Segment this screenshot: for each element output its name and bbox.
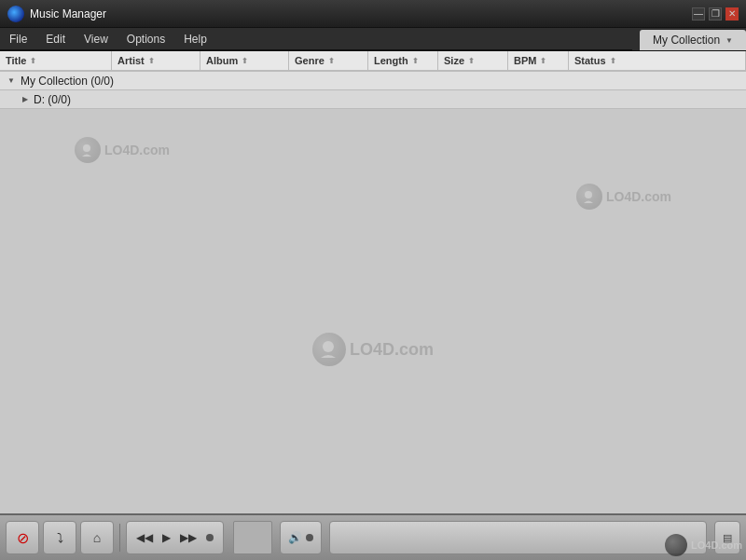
lo4d-badge: LO4D.com [665, 534, 742, 556]
menu-view[interactable]: View [75, 28, 117, 49]
menu-bar: File Edit View Options Help [0, 28, 632, 50]
scroll-content: LO4D.com LO4D.com LO4D.com [0, 109, 746, 513]
minimize-button[interactable]: — [692, 7, 705, 20]
menu-file[interactable]: File [0, 28, 36, 49]
col-header-artist[interactable]: Artist ⬆ [112, 51, 200, 70]
column-header: Title ⬆ Artist ⬆ Album ⬆ Genre ⬆ Length … [0, 51, 746, 72]
tab-dropdown-icon[interactable]: ▼ [725, 36, 733, 45]
watermark-text-3: LO4D.com [350, 340, 434, 360]
tab-label: My Collection [653, 34, 720, 47]
import-icon: ⤵ [57, 530, 63, 545]
tree-area: ▼ My Collection (0/0) ▶ D: (0/0) [0, 72, 746, 109]
col-header-length[interactable]: Length ⬆ [368, 51, 438, 70]
col-header-album[interactable]: Album ⬆ [200, 51, 289, 70]
import-button[interactable]: ⤵ [43, 521, 76, 554]
tree-row-drive[interactable]: ▶ D: (0/0) [0, 90, 746, 109]
sort-icon-size: ⬆ [468, 57, 475, 65]
app-icon [7, 6, 24, 22]
window-controls: — ❐ ✕ [692, 7, 739, 20]
sort-icon-genre: ⬆ [328, 57, 335, 65]
sort-icon-album: ⬆ [242, 57, 248, 65]
home-button[interactable]: ⌂ [80, 521, 114, 554]
no-symbol-button[interactable]: ⊘ [6, 521, 39, 554]
lo4d-icon [665, 534, 687, 556]
prev-button[interactable]: ◀◀ [132, 529, 157, 546]
menu-options[interactable]: Options [117, 28, 174, 49]
volume-dot [306, 534, 313, 541]
tree-row-label-collection: My Collection (0/0) [21, 75, 114, 88]
tab-bar: My Collection ▼ [632, 28, 746, 50]
watermark-icon-1 [75, 137, 101, 163]
watermark-icon-2 [576, 184, 602, 210]
tree-row-my-collection[interactable]: ▼ My Collection (0/0) [0, 72, 746, 90]
col-header-genre[interactable]: Genre ⬆ [289, 51, 368, 70]
sort-icon-bpm: ⬆ [540, 57, 546, 65]
col-header-size[interactable]: Size ⬆ [438, 51, 508, 70]
sort-icon-status: ⬆ [610, 57, 616, 65]
expand-icon-drive: ▶ [22, 95, 28, 103]
bottom-bar: ⊘ ⤵ ⌂ ◀◀ ▶ ▶▶ 🔊 ▤ [0, 513, 746, 560]
watermark-text-1: LO4D.com [104, 143, 170, 157]
play-button[interactable]: ▶ [159, 529, 174, 546]
tree-row-label-drive: D: (0/0) [34, 93, 71, 106]
next-button[interactable]: ▶▶ [176, 529, 200, 546]
home-icon: ⌂ [93, 530, 101, 545]
col-header-bpm[interactable]: BPM ⬆ [508, 51, 569, 70]
svg-point-1 [585, 191, 592, 198]
sort-icon-title: ⬆ [30, 57, 36, 65]
transport-dot [206, 534, 214, 541]
menu-tab-row: File Edit View Options Help My Collectio… [0, 28, 746, 51]
title-bar: Music Manager — ❐ ✕ [0, 0, 746, 28]
album-art [233, 521, 272, 554]
watermark-top-right: LO4D.com [576, 184, 671, 210]
lo4d-text: LO4D.com [691, 540, 742, 551]
col-header-status[interactable]: Status ⬆ [569, 51, 746, 70]
svg-point-2 [323, 341, 334, 352]
title-bar-text: Music Manager [30, 7, 692, 20]
app-wrapper: Music Manager — ❐ ✕ File Edit View Optio… [0, 0, 746, 560]
progress-area[interactable] [329, 521, 707, 554]
watermark-center: LO4D.com [312, 333, 434, 366]
sort-icon-length: ⬆ [412, 57, 419, 65]
watermark-icon-3 [312, 333, 346, 366]
transport-controls: ◀◀ ▶ ▶▶ [126, 521, 224, 554]
restore-button[interactable]: ❐ [709, 7, 722, 20]
expand-icon-collection: ▼ [7, 76, 15, 85]
watermark-text-2: LO4D.com [606, 189, 671, 204]
sort-icon-artist: ⬆ [148, 57, 155, 65]
watermark-top-left: LO4D.com [75, 137, 170, 163]
toolbar-divider-1 [119, 524, 120, 552]
volume-area: 🔊 [280, 521, 322, 554]
menu-help[interactable]: Help [174, 28, 216, 49]
col-header-title[interactable]: Title ⬆ [0, 51, 112, 70]
svg-point-0 [83, 144, 90, 152]
volume-icon: 🔊 [288, 531, 302, 544]
no-symbol-icon: ⊘ [17, 529, 29, 547]
tab-my-collection[interactable]: My Collection ▼ [640, 30, 746, 50]
close-button[interactable]: ✕ [725, 7, 739, 20]
menu-edit[interactable]: Edit [36, 28, 75, 49]
content-area: Title ⬆ Artist ⬆ Album ⬆ Genre ⬆ Length … [0, 51, 746, 513]
